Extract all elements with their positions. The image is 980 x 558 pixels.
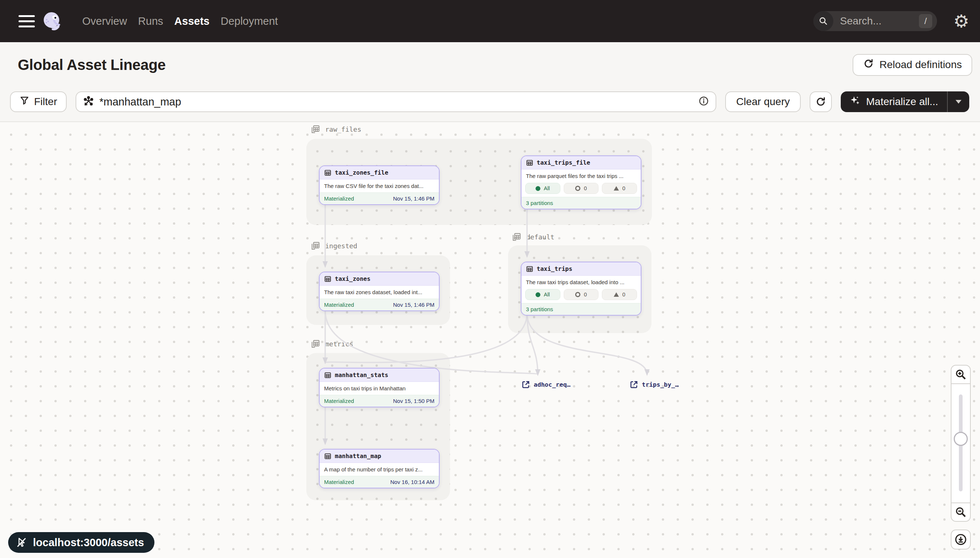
lineage-graph-icon: [83, 95, 94, 108]
group-label-metrics[interactable]: metrics: [310, 338, 353, 349]
table-icon: [324, 371, 331, 379]
clear-query-label: Clear query: [736, 96, 790, 108]
status-badge: Materialized: [324, 398, 354, 404]
table-icon: [324, 453, 331, 460]
nav-item-overview[interactable]: Overview: [82, 15, 127, 27]
group-name: raw_files: [325, 125, 361, 133]
partition-health-row: All 0 0: [522, 182, 641, 197]
asset-node-manhattan-stats[interactable]: manhattan_stats Metrics on taxi trips in…: [319, 368, 440, 407]
search-shortcut-badge: /: [919, 14, 932, 28]
gear-icon[interactable]: ⚙: [953, 12, 969, 30]
external-asset-name: adhoc_req…: [534, 381, 570, 388]
asset-name: taxi_trips: [537, 265, 572, 272]
status-badge: Materialized: [324, 479, 354, 485]
page-title: Global Asset Lineage: [18, 57, 166, 73]
zoom-slider[interactable]: [951, 383, 971, 503]
asset-group-icon: [310, 124, 321, 134]
lineage-canvas[interactable]: raw_files ingested default metrics: [0, 122, 980, 558]
reload-label: Reload definitions: [879, 59, 962, 71]
partitions-missing-badge: 0: [564, 289, 599, 300]
menu-icon[interactable]: [18, 15, 35, 27]
reload-definitions-button[interactable]: Reload definitions: [853, 54, 972, 76]
external-link-icon: [522, 381, 530, 389]
asset-description: The raw CSV file for the taxi zones dat.…: [320, 179, 439, 192]
asset-group-icon: [310, 338, 321, 349]
download-image-button[interactable]: [951, 530, 971, 550]
asset-description: The raw parquet files for the taxi trips…: [522, 169, 641, 182]
asset-name: manhattan_stats: [335, 371, 389, 379]
asset-node-manhattan-map[interactable]: manhattan_map A map of the number of tri…: [319, 449, 440, 488]
missing-ring-icon: [575, 186, 580, 191]
reload-icon: [863, 58, 874, 72]
asset-node-taxi-zones[interactable]: taxi_zones The raw taxi zones dataset, l…: [319, 272, 440, 311]
table-icon: [324, 169, 331, 177]
table-icon: [324, 275, 331, 283]
dagster-logo-icon[interactable]: [41, 10, 63, 32]
cursor-disabled-icon: [16, 537, 27, 548]
materialize-all-label: Materialize all...: [866, 96, 938, 108]
partition-count: 3 partitions: [526, 306, 553, 312]
asset-description: The raw taxi trips dataset, loaded into …: [522, 276, 641, 289]
nav-item-deployment[interactable]: Deployment: [221, 15, 278, 27]
partitions-missing-badge: 0: [564, 183, 599, 194]
sparkle-icon: [850, 95, 861, 109]
materialization-timestamp: Nov 16, 10:14 AM: [390, 479, 435, 485]
group-label-default[interactable]: default: [512, 231, 555, 242]
primary-nav: Overview Runs Assets Deployment: [82, 15, 278, 27]
external-asset-adhoc-request[interactable]: adhoc_req…: [522, 381, 570, 389]
zoom-slider-thumb[interactable]: [954, 432, 968, 446]
asset-node-taxi-trips[interactable]: taxi_trips The raw taxi trips dataset, l…: [521, 262, 641, 316]
partitions-failed-badge: 0: [602, 289, 637, 300]
materialize-dropdown-button[interactable]: [948, 91, 969, 112]
group-name: ingested: [325, 242, 357, 250]
asset-description: A map of the number of trips per taxi z.…: [320, 463, 439, 476]
chevron-down-icon: [955, 99, 962, 104]
status-url-pill: localhost:3000/assets: [8, 532, 155, 553]
partitions-materialized-badge: All: [525, 289, 560, 300]
search-input[interactable]: Search... /: [813, 11, 937, 31]
filter-button[interactable]: Filter: [10, 91, 67, 112]
asset-query-field[interactable]: [76, 91, 716, 112]
asset-query-input[interactable]: [99, 96, 693, 108]
asset-node-taxi-trips-file[interactable]: taxi_trips_file The raw parquet files fo…: [521, 156, 641, 209]
materialization-timestamp: Nov 15, 1:50 PM: [393, 398, 435, 404]
filter-label: Filter: [34, 96, 57, 108]
asset-node-taxi-zones-file[interactable]: taxi_zones_file The raw CSV file for the…: [319, 166, 440, 205]
materialization-timestamp: Nov 15, 1:46 PM: [393, 195, 435, 202]
external-link-icon: [630, 381, 638, 389]
asset-group-icon: [512, 231, 522, 242]
asset-description: Metrics on taxi trips in Manhattan: [320, 382, 439, 395]
materialize-all-button[interactable]: Materialize all...: [841, 91, 947, 112]
group-label-ingested[interactable]: ingested: [310, 241, 357, 251]
group-label-raw-files[interactable]: raw_files: [310, 124, 361, 134]
partition-count: 3 partitions: [526, 200, 553, 206]
clear-query-button[interactable]: Clear query: [725, 91, 801, 112]
asset-name: taxi_zones: [335, 275, 371, 282]
table-icon: [526, 159, 533, 166]
partitions-failed-badge: 0: [602, 183, 637, 194]
page-header: Global Asset Lineage Reload definitions: [0, 42, 980, 87]
missing-ring-icon: [575, 292, 580, 297]
top-nav: Overview Runs Assets Deployment Search..…: [0, 0, 980, 42]
materialization-timestamp: Nov 15, 1:46 PM: [393, 302, 435, 308]
failed-triangle-icon: [614, 186, 619, 190]
zoom-in-button[interactable]: [951, 365, 971, 384]
materialized-dot-icon: [535, 292, 540, 297]
nav-item-runs[interactable]: Runs: [138, 15, 163, 27]
download-icon: [954, 533, 967, 546]
zoom-out-icon: [955, 506, 967, 518]
refresh-button[interactable]: [810, 91, 832, 112]
failed-triangle-icon: [614, 292, 619, 297]
asset-name: taxi_trips_file: [537, 159, 590, 166]
materialized-dot-icon: [535, 186, 540, 191]
search-placeholder: Search...: [840, 15, 919, 27]
asset-group-icon: [310, 241, 321, 251]
asset-description: The raw taxi zones dataset, loaded int..…: [320, 286, 439, 299]
external-asset-trips-by[interactable]: trips_by_…: [630, 381, 679, 389]
partitions-materialized-badge: All: [525, 183, 560, 194]
info-icon[interactable]: [698, 96, 709, 108]
zoom-out-button[interactable]: [951, 502, 971, 522]
asset-name: taxi_zones_file: [335, 169, 389, 176]
table-icon: [526, 265, 533, 273]
nav-item-assets[interactable]: Assets: [175, 15, 210, 27]
